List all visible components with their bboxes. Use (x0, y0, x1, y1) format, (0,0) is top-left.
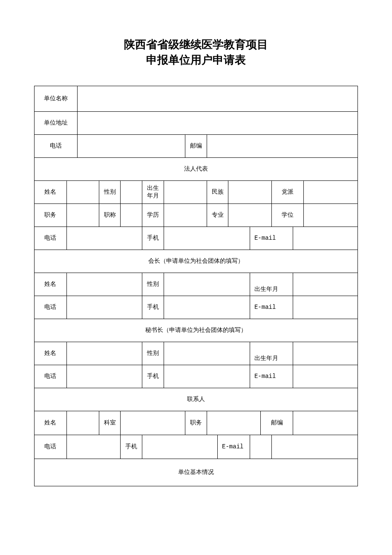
label-contact-dept: 科室 (99, 411, 121, 435)
value-sec-birth[interactable] (293, 342, 358, 365)
value-legal-phone[interactable] (66, 227, 142, 250)
value-pres-birth[interactable] (293, 273, 358, 296)
value-unit-addr[interactable] (78, 111, 358, 134)
value-unit-name[interactable] (78, 86, 358, 111)
label-sec-birth: 出生年月 (250, 342, 293, 365)
value-sec-email[interactable] (293, 365, 358, 388)
value-contact-dept[interactable] (121, 411, 185, 435)
value-legal-major[interactable] (228, 203, 271, 227)
label-unit-addr: 单位地址 (35, 111, 78, 134)
value-contact-name[interactable] (66, 411, 99, 435)
value-contact-postcode[interactable] (293, 411, 358, 435)
value-contact-email-a[interactable] (250, 435, 271, 459)
label-contact-position: 职务 (185, 411, 207, 435)
value-legal-gender[interactable] (121, 180, 142, 203)
label-legal-mobile: 手机 (142, 227, 164, 250)
label-legal-name: 姓名 (35, 180, 67, 203)
section-secretary: 秘书长（申请单位为社会团体的填写） (35, 319, 358, 342)
value-legal-education[interactable] (164, 203, 207, 227)
title-line1: 陕西省省级继续医学教育项目 (124, 38, 268, 51)
label-legal-ethnicity: 民族 (207, 180, 228, 203)
value-legal-position[interactable] (66, 203, 99, 227)
value-legal-degree[interactable] (304, 203, 358, 227)
value-pres-name[interactable] (66, 273, 142, 296)
label-sec-email: E-mail (250, 365, 293, 388)
section-president: 会长（申请单位为社会团体的填写） (35, 250, 358, 273)
value-pres-gender[interactable] (164, 273, 250, 296)
label-sec-mobile: 手机 (142, 365, 164, 388)
value-legal-party[interactable] (304, 180, 358, 203)
value-legal-birth[interactable] (164, 180, 207, 203)
label-legal-position: 职务 (35, 203, 67, 227)
label-legal-birth: 出生 年月 (142, 180, 164, 203)
value-contact-position[interactable] (207, 411, 260, 435)
label-contact-phone: 电话 (35, 435, 67, 459)
section-legal-rep: 法人代表 (35, 157, 358, 180)
label-pres-phone: 电话 (35, 296, 67, 319)
label-pres-gender: 性别 (142, 273, 164, 296)
label-contact-email: E-mail (218, 435, 250, 459)
value-legal-title[interactable] (121, 203, 142, 227)
value-pres-phone[interactable] (66, 296, 142, 319)
value-pres-mobile[interactable] (164, 296, 250, 319)
label-contact-mobile: 手机 (121, 435, 142, 459)
label-legal-email: E-mail (250, 227, 293, 250)
value-sec-gender[interactable] (164, 342, 250, 365)
value-pres-email[interactable] (293, 296, 358, 319)
value-contact-phone[interactable] (66, 435, 120, 459)
label-postcode: 邮编 (185, 134, 207, 157)
label-legal-education: 学历 (142, 203, 164, 227)
page-title: 陕西省省级继续医学教育项目 申报单位用户申请表 (34, 37, 358, 68)
label-legal-major: 专业 (207, 203, 228, 227)
title-line2: 申报单位用户申请表 (146, 53, 246, 66)
value-legal-ethnicity[interactable] (228, 180, 271, 203)
value-postcode[interactable] (207, 134, 357, 157)
section-contact: 联系人 (35, 388, 358, 411)
value-legal-email[interactable] (293, 227, 358, 250)
value-sec-name[interactable] (66, 342, 142, 365)
section-basic-info: 单位基本情况 (35, 459, 358, 486)
label-pres-birth: 出生年月 (250, 273, 293, 296)
label-pres-name: 姓名 (35, 273, 67, 296)
label-legal-degree: 学位 (271, 203, 304, 227)
value-sec-mobile[interactable] (164, 365, 250, 388)
label-legal-gender: 性别 (99, 180, 121, 203)
value-contact-email-b[interactable] (271, 435, 357, 459)
value-legal-name[interactable] (66, 180, 99, 203)
value-legal-mobile[interactable] (164, 227, 250, 250)
label-sec-gender: 性别 (142, 342, 164, 365)
label-contact-postcode: 邮编 (261, 411, 293, 435)
label-contact-name: 姓名 (35, 411, 67, 435)
label-sec-phone: 电话 (35, 365, 67, 388)
label-phone: 电话 (35, 134, 78, 157)
label-unit-name: 单位名称 (35, 86, 78, 111)
value-sec-phone[interactable] (66, 365, 142, 388)
label-legal-party: 党派 (271, 180, 304, 203)
value-contact-mobile[interactable] (142, 435, 217, 459)
label-sec-name: 姓名 (35, 342, 67, 365)
label-legal-title: 职称 (99, 203, 121, 227)
label-pres-email: E-mail (250, 296, 293, 319)
label-legal-phone: 电话 (35, 227, 67, 250)
value-phone[interactable] (78, 134, 185, 157)
application-form-table: 单位名称 单位地址 电话 邮编 法人代表 姓名 性别 出生 年月 民族 党派 职… (34, 86, 358, 486)
label-pres-mobile: 手机 (142, 296, 164, 319)
